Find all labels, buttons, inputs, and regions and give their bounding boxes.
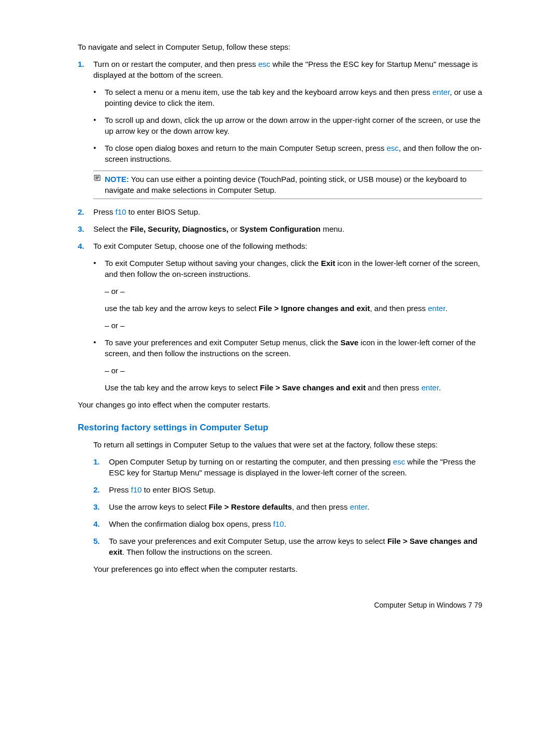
text: To select a menu or a menu item, use the… [105,88,432,96]
text: or [229,224,240,233]
step-body: Use the arrow keys to select File > Rest… [109,501,482,512]
restore-step-3: 3. Use the arrow keys to select File > R… [93,501,482,512]
step-number: 5. [93,536,109,557]
bullet-icon [93,337,105,359]
step-number: 4. [78,241,93,251]
or-separator: – or – [105,286,482,297]
step-4: 4. To exit Computer Setup, choose one of… [78,241,482,251]
step-body: Select the File, Security, Diagnostics, … [93,223,482,234]
step-body: Press f10 to enter BIOS Setup. [109,484,482,495]
bullet-text: To scroll up and down, click the up arro… [105,115,482,136]
bullet-icon [93,115,105,136]
text: You can use either a pointing device (To… [105,175,467,194]
restore-step-1: 1. Open Computer Setup by turning on or … [93,456,482,478]
text: menu. [320,224,344,233]
step-2: 2. Press f10 to enter BIOS Setup. [78,206,482,217]
step-1: 1. Turn on or restart the computer, and … [78,59,482,80]
text: Open Computer Setup by turning on or res… [109,457,393,466]
step4-bullet-1: To exit Computer Setup without saving yo… [93,258,482,279]
text: , and then press [292,502,350,511]
esc-key: esc [393,457,405,466]
note-callout: NOTE: You can use either a pointing devi… [93,171,482,199]
restore-step-5: 5. To save your preferences and exit Com… [93,536,482,557]
menu-path: File > Ignore changes and exit [259,304,370,313]
alt-instruction: use the tab key and the arrow keys to se… [105,303,482,314]
step-number: 1. [93,456,109,478]
step-body: To exit Computer Setup, choose one of th… [93,241,482,251]
restore-step-4: 4. When the confirmation dialog box open… [93,518,482,529]
page-footer: Computer Setup in Windows 7 79 [78,600,482,611]
note-text: NOTE: You can use either a pointing devi… [105,174,482,195]
step-body: Open Computer Setup by turning on or res… [109,456,482,478]
menu-path: File > Save changes and exit [260,383,366,392]
text: . [284,519,286,528]
menu-path: File > Restore defaults [209,502,292,511]
enter-key: enter [428,304,445,313]
bullet-text: To close open dialog boxes and return to… [105,143,482,164]
step1-bullet-1: To select a menu or a menu item, use the… [93,87,482,108]
text: , and then press [370,304,428,313]
bullet-text: To save your preferences and exit Comput… [105,337,482,359]
text: Press [109,485,131,494]
text: use the tab key and the arrow keys to se… [105,304,259,313]
enter-key: enter [350,502,367,511]
f10-key: f10 [273,519,284,528]
step-body: Turn on or restart the computer, and the… [93,59,482,80]
step-number: 2. [78,206,93,217]
text: To close open dialog boxes and return to… [105,144,387,152]
step-body: When the confirmation dialog box opens, … [109,518,482,529]
step-number: 3. [78,223,93,234]
text: Use the tab key and the arrow keys to se… [105,383,260,392]
step-number: 1. [78,59,93,80]
text: Press [93,207,116,216]
page-content: To navigate and select in Computer Setup… [0,0,560,641]
step-body: To save your preferences and exit Comput… [109,536,482,557]
esc-key: esc [387,144,399,152]
text: To save your preferences and exit Comput… [109,537,387,545]
restore-step-2: 2. Press f10 to enter BIOS Setup. [93,484,482,495]
menu-name: System Configuration [240,224,320,233]
enter-key: enter [432,88,450,96]
menu-names: File, Security, Diagnostics, [130,224,229,233]
enter-key: enter [422,383,439,392]
text: To exit Computer Setup without saving yo… [105,259,321,268]
bullet-icon [93,143,105,164]
step1-bullet-3: To close open dialog boxes and return to… [93,143,482,164]
text: Turn on or restart the computer, and the… [93,60,258,68]
bullet-text: To select a menu or a menu item, use the… [105,87,482,108]
text: . [439,383,441,392]
step-number: 3. [93,501,109,512]
bullet-icon [93,87,105,108]
step-3: 3. Select the File, Security, Diagnostic… [78,223,482,234]
section-heading: Restoring factory settings in Computer S… [78,421,482,434]
text: to enter BIOS Setup. [142,485,216,494]
closing-text: Your preferences go into effect when the… [93,564,482,574]
esc-key: esc [258,60,270,68]
note-icon [93,174,105,195]
note-label: NOTE: [105,175,129,184]
closing-text: Your changes go into effect when the com… [78,399,482,410]
step-body: Press f10 to enter BIOS Setup. [93,206,482,217]
intro-text: To navigate and select in Computer Setup… [78,41,482,52]
text: Use the arrow keys to select [109,502,209,511]
step-number: 2. [93,484,109,495]
text: . [445,304,447,313]
text: to enter BIOS Setup. [126,207,200,216]
alt-instruction: Use the tab key and the arrow keys to se… [105,382,482,393]
f10-key: f10 [131,485,142,494]
step1-bullet-2: To scroll up and down, click the up arro… [93,115,482,136]
step-number: 4. [93,518,109,529]
text: . [367,502,369,511]
bullet-icon [93,258,105,279]
exit-label: Exit [321,259,335,268]
bullet-text: To exit Computer Setup without saving yo… [105,258,482,279]
text: Select the [93,224,130,233]
or-separator: – or – [105,365,482,376]
f10-key: f10 [116,207,127,216]
or-separator: – or – [105,320,482,331]
save-label: Save [340,338,358,347]
text: and then press [366,383,422,392]
section-intro: To return all settings in Computer Setup… [93,439,482,450]
text: . Then follow the instructions on the sc… [122,547,272,556]
text: When the confirmation dialog box opens, … [109,519,273,528]
